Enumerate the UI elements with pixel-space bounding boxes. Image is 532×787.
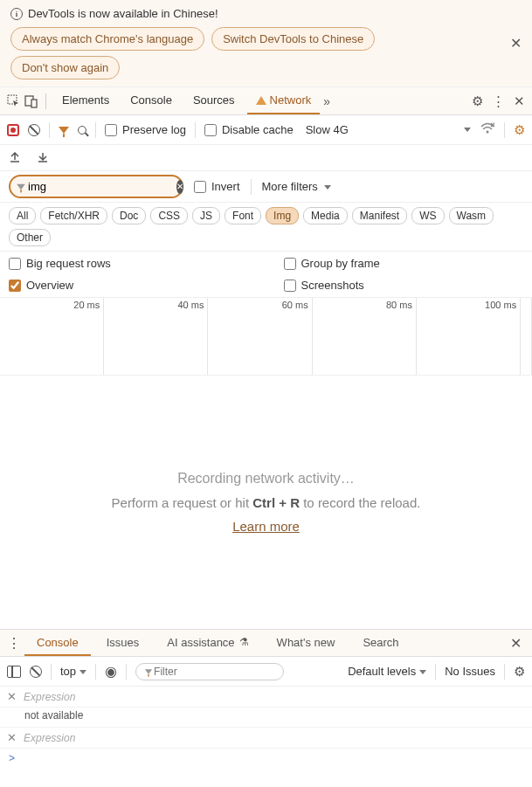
drawer-tab-ai[interactable]: AI assistance⚗ <box>155 630 260 656</box>
timeline-tick: 100 ms <box>485 300 516 310</box>
timeline-tick: 40 ms <box>178 300 204 310</box>
drawer-kebab-icon[interactable]: ⋮ <box>7 635 21 652</box>
close-devtools-icon[interactable]: ✕ <box>514 93 525 109</box>
divider <box>195 122 196 138</box>
group-frame-input[interactable] <box>284 258 296 270</box>
disable-cache-checkbox[interactable]: Disable cache <box>204 123 294 136</box>
type-css[interactable]: CSS <box>150 207 188 224</box>
expression-value: not available <box>0 708 532 728</box>
context-value: top <box>60 665 76 678</box>
recording-placeholder: Recording network activity… Perform a re… <box>0 376 532 629</box>
log-levels-select[interactable]: Default levels <box>348 665 426 678</box>
banner-title: DevTools is now available in Chinese! <box>28 7 218 20</box>
close-drawer-icon[interactable]: ✕ <box>507 635 525 652</box>
clear-console-icon[interactable] <box>30 666 42 678</box>
divider <box>95 664 96 680</box>
big-rows-checkbox[interactable]: Big request rows <box>9 257 249 270</box>
screenshots-input[interactable] <box>284 280 296 292</box>
network-conditions-icon[interactable] <box>480 121 495 138</box>
device-icon[interactable] <box>24 94 38 108</box>
remove-expression-icon[interactable]: ✕ <box>7 690 17 703</box>
type-fetch[interactable]: Fetch/XHR <box>40 207 107 224</box>
timeline-overview[interactable]: 20 ms 40 ms 60 ms 80 ms 100 ms <box>0 297 532 376</box>
preserve-log-input[interactable] <box>105 124 117 136</box>
screenshots-checkbox[interactable]: Screenshots <box>284 279 524 292</box>
close-banner-icon[interactable]: ✕ <box>510 35 522 52</box>
import-har-icon[interactable] <box>37 150 49 165</box>
drawer-tabs: ⋮ Console Issues AI assistance⚗ What's n… <box>0 629 532 657</box>
live-expression-row[interactable]: ✕ Expression <box>0 687 532 708</box>
group-frame-checkbox[interactable]: Group by frame <box>284 257 524 270</box>
console-filter-wrap[interactable] <box>135 663 284 680</box>
settings-icon[interactable]: ⚙ <box>472 93 483 109</box>
big-rows-input[interactable] <box>9 258 21 270</box>
divider <box>49 122 50 138</box>
drawer-tab-issues[interactable]: Issues <box>94 630 152 656</box>
sidebar-toggle-icon[interactable] <box>7 666 21 678</box>
live-expression-icon[interactable]: ◉ <box>105 663 117 680</box>
kebab-icon[interactable]: ⋮ <box>492 93 505 109</box>
type-all[interactable]: All <box>9 207 36 224</box>
type-other[interactable]: Other <box>9 229 51 246</box>
type-ws[interactable]: WS <box>411 207 444 224</box>
disable-cache-input[interactable] <box>204 124 217 136</box>
throttling-select[interactable]: Slow 4G <box>302 121 352 138</box>
dont-show-button[interactable]: Don't show again <box>10 56 120 79</box>
recording-subtitle: Perform a request or hit Ctrl + R to rec… <box>112 495 421 510</box>
filter-toggle-icon[interactable] <box>59 127 69 134</box>
filter-input[interactable] <box>26 178 176 195</box>
type-js[interactable]: JS <box>192 207 220 224</box>
live-expression-row[interactable]: ✕ Expression <box>0 728 532 749</box>
tab-elements[interactable]: Elements <box>53 87 118 114</box>
clear-button[interactable] <box>28 124 40 136</box>
console-body: ✕ Expression not available ✕ Expression … <box>0 687 532 768</box>
learn-more-link[interactable]: Learn more <box>232 519 300 534</box>
search-icon[interactable] <box>78 126 86 135</box>
match-language-button[interactable]: Always match Chrome's language <box>10 27 204 51</box>
tab-sources[interactable]: Sources <box>184 87 244 114</box>
chevron-down-icon[interactable] <box>464 128 471 132</box>
inspect-icon[interactable] <box>7 94 21 108</box>
record-button[interactable] <box>7 124 19 136</box>
drawer-tab-ai-label: AI assistance <box>167 636 234 649</box>
drawer-tab-whatsnew[interactable]: What's new <box>265 630 348 656</box>
remove-expression-icon[interactable]: ✕ <box>7 731 17 744</box>
switch-language-button[interactable]: Switch DevTools to Chinese <box>211 27 375 51</box>
type-font[interactable]: Font <box>225 207 261 224</box>
type-doc[interactable]: Doc <box>112 207 146 224</box>
console-settings-icon[interactable]: ⚙ <box>514 664 525 680</box>
type-manifest[interactable]: Manifest <box>352 207 407 224</box>
big-rows-label: Big request rows <box>26 257 111 270</box>
invert-checkbox[interactable]: Invert <box>194 180 240 193</box>
timeline-tick: 80 ms <box>386 300 412 310</box>
more-filters-button[interactable]: More filters <box>262 180 332 193</box>
console-prompt[interactable]: > <box>0 749 532 768</box>
preserve-log-checkbox[interactable]: Preserve log <box>105 123 186 136</box>
warning-icon <box>256 96 266 105</box>
chevron-down-icon <box>324 185 331 190</box>
no-issues-button[interactable]: No Issues <box>445 665 495 678</box>
funnel-icon <box>145 669 152 674</box>
export-har-icon[interactable] <box>9 150 21 165</box>
divider <box>95 122 96 138</box>
invert-input[interactable] <box>194 181 206 193</box>
context-selector[interactable]: top <box>60 665 86 678</box>
tab-network[interactable]: Network <box>247 87 321 114</box>
console-filter-input[interactable] <box>154 666 285 678</box>
type-img[interactable]: Img <box>266 207 299 224</box>
clear-filter-icon[interactable]: ✕ <box>176 180 183 194</box>
tab-console[interactable]: Console <box>121 87 181 114</box>
drawer-tab-console[interactable]: Console <box>24 630 91 656</box>
import-export-bar <box>0 145 532 171</box>
type-wasm[interactable]: Wasm <box>449 207 494 224</box>
network-settings-icon[interactable]: ⚙ <box>514 122 525 138</box>
language-banner: i DevTools is now available in Chinese! … <box>0 0 532 87</box>
drawer-tab-search[interactable]: Search <box>350 630 411 656</box>
overview-input[interactable] <box>9 280 21 292</box>
rec-sub-c: to record the reload. <box>300 495 420 510</box>
filter-input-wrap[interactable]: ✕ <box>9 175 183 198</box>
type-media[interactable]: Media <box>303 207 348 224</box>
console-toolbar: top ◉ Default levels No Issues ⚙ <box>0 657 532 687</box>
overview-checkbox[interactable]: Overview <box>9 279 249 292</box>
more-tabs-icon[interactable]: » <box>323 94 330 108</box>
